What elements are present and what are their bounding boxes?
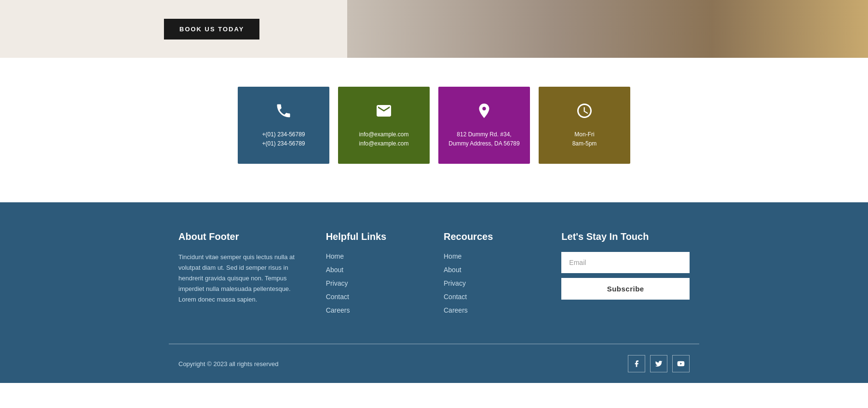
list-item[interactable]: Privacy: [326, 279, 424, 288]
hero-section: BOOK US TODAY: [0, 0, 868, 58]
hours-card: Mon-Fri 8am-5pm: [539, 87, 630, 164]
phone-card: +(01) 234-56789 +(01) 234-56789: [238, 87, 329, 164]
subscribe-button[interactable]: Subscribe: [561, 278, 690, 300]
address-line-1: 812 Dummy Rd. #34,: [448, 130, 519, 139]
address-card-text: 812 Dummy Rd. #34, Dummy Address, DA 567…: [448, 130, 519, 148]
resource-link-contact[interactable]: Contact: [444, 293, 467, 301]
footer-newsletter-heading: Let's Stay In Touch: [561, 231, 690, 242]
email-card: info@example.com info@example.com: [338, 87, 430, 164]
list-item[interactable]: Contact: [326, 292, 424, 301]
hero-background: [347, 0, 868, 58]
phone-line-1: +(01) 234-56789: [262, 130, 305, 139]
facebook-icon[interactable]: [628, 355, 645, 372]
twitter-icon[interactable]: [650, 355, 667, 372]
clock-icon: [576, 102, 593, 123]
footer-helpful-links-heading: Helpful Links: [326, 231, 424, 242]
email-card-text: info@example.com info@example.com: [359, 130, 409, 148]
resources-list: Home About Privacy Contact Careers: [444, 252, 542, 315]
helpful-link-contact[interactable]: Contact: [326, 293, 349, 301]
helpful-links-list: Home About Privacy Contact Careers: [326, 252, 424, 315]
footer-helpful-links-col: Helpful Links Home About Privacy Contact…: [316, 231, 434, 319]
resource-link-home[interactable]: Home: [444, 252, 461, 260]
email-field[interactable]: [561, 252, 690, 273]
social-icons: [628, 355, 690, 372]
footer-about-col: About Footer Tincidunt vitae semper quis…: [169, 231, 316, 319]
copyright-text: Copyright © 2023 all rights reserved: [178, 360, 279, 368]
footer-content: About Footer Tincidunt vitae semper quis…: [169, 231, 699, 343]
youtube-icon[interactable]: [672, 355, 690, 372]
list-item[interactable]: Contact: [444, 292, 542, 301]
list-item[interactable]: About: [444, 265, 542, 274]
footer-resources-heading: Recources: [444, 231, 542, 242]
list-item[interactable]: About: [326, 265, 424, 274]
footer-bottom: Copyright © 2023 all rights reserved: [169, 344, 699, 383]
footer-about-heading: About Footer: [178, 231, 307, 242]
list-item[interactable]: Careers: [326, 306, 424, 315]
hours-card-text: Mon-Fri 8am-5pm: [572, 130, 597, 148]
list-item[interactable]: Privacy: [444, 279, 542, 288]
phone-card-text: +(01) 234-56789 +(01) 234-56789: [262, 130, 305, 148]
phone-line-2: +(01) 234-56789: [262, 139, 305, 148]
helpful-link-about[interactable]: About: [326, 266, 344, 274]
footer-resources-col: Recources Home About Privacy Contact Car…: [434, 231, 552, 319]
hours-line-2: 8am-5pm: [572, 139, 597, 148]
phone-icon: [275, 102, 292, 123]
helpful-link-careers[interactable]: Careers: [326, 306, 350, 314]
list-item[interactable]: Home: [326, 252, 424, 261]
list-item[interactable]: Home: [444, 252, 542, 261]
address-line-2: Dummy Address, DA 56789: [448, 139, 519, 148]
email-line-2: info@example.com: [359, 139, 409, 148]
book-us-today-button[interactable]: BOOK US TODAY: [164, 19, 259, 39]
footer-newsletter-col: Let's Stay In Touch Subscribe: [552, 231, 699, 319]
resource-link-about[interactable]: About: [444, 266, 461, 274]
resource-link-careers[interactable]: Careers: [444, 306, 468, 314]
envelope-icon: [375, 102, 393, 123]
email-line-1: info@example.com: [359, 130, 409, 139]
helpful-link-privacy[interactable]: Privacy: [326, 279, 348, 287]
resource-link-privacy[interactable]: Privacy: [444, 279, 466, 287]
list-item[interactable]: Careers: [444, 306, 542, 315]
contact-cards-section: +(01) 234-56789 +(01) 234-56789 info@exa…: [0, 58, 868, 202]
cards-wrapper: +(01) 234-56789 +(01) 234-56789 info@exa…: [238, 87, 630, 164]
helpful-link-home[interactable]: Home: [326, 252, 344, 260]
address-card: 812 Dummy Rd. #34, Dummy Address, DA 567…: [438, 87, 530, 164]
hours-line-1: Mon-Fri: [572, 130, 597, 139]
map-icon: [475, 102, 493, 123]
footer-about-body: Tincidunt vitae semper quis lectus nulla…: [178, 252, 307, 305]
footer: About Footer Tincidunt vitae semper quis…: [0, 202, 868, 383]
